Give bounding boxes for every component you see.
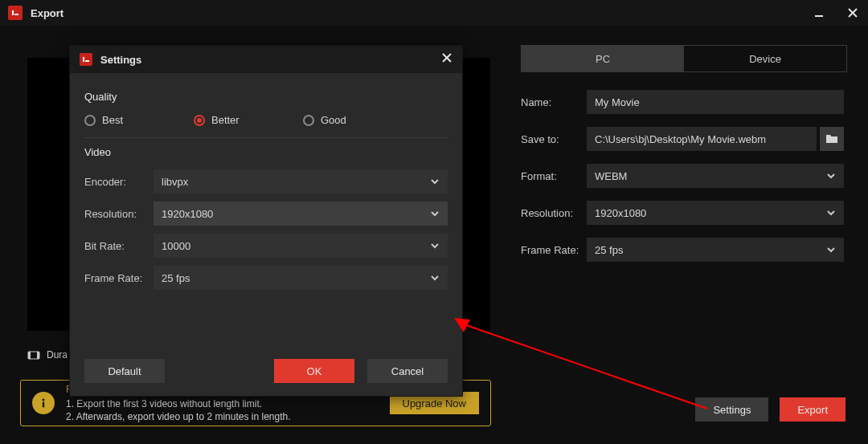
resolution-select[interactable]: 1920x1080 — [587, 201, 844, 225]
app-icon — [80, 53, 92, 66]
framerate-select[interactable]: 25 fps — [587, 238, 844, 262]
chevron-down-icon — [430, 209, 440, 218]
quality-good-radio[interactable]: Good — [303, 114, 412, 126]
bitrate-select[interactable]: 10000 — [154, 234, 448, 258]
app-icon — [8, 6, 23, 20]
chevron-down-icon — [826, 245, 836, 255]
dlg-framerate-select[interactable]: 25 fps — [154, 266, 448, 290]
info-icon — [32, 392, 55, 414]
tab-pc[interactable]: PC — [522, 46, 684, 71]
banner-line2: 2. Afterwards, export video up to 2 minu… — [66, 411, 291, 422]
duration-label: Dura — [47, 349, 68, 360]
bitrate-label: Bit Rate: — [84, 240, 154, 252]
default-button[interactable]: Default — [84, 359, 165, 383]
saveto-label: Save to: — [521, 133, 587, 145]
chevron-down-icon — [430, 273, 440, 283]
export-button[interactable]: Export — [780, 397, 845, 422]
divider — [84, 137, 448, 138]
framerate-label: Frame Rate: — [521, 244, 587, 256]
saveto-input[interactable]: C:\Users\bj\Desktop\My Movie.webm — [587, 127, 817, 151]
chevron-down-icon — [430, 177, 440, 186]
svg-point-7 — [43, 399, 45, 401]
encoder-select[interactable]: libvpx — [154, 169, 448, 193]
ok-button[interactable]: OK — [274, 359, 354, 383]
dlg-framerate-label: Frame Rate: — [84, 272, 154, 284]
dialog-titlebar: Settings — [70, 46, 462, 73]
svg-rect-5 — [28, 352, 31, 359]
chevron-down-icon — [430, 241, 440, 251]
name-label: Name: — [521, 96, 587, 108]
banner-line1: 1. Export the first 3 videos without len… — [66, 398, 291, 409]
svg-rect-6 — [37, 352, 39, 359]
dialog-title: Settings — [100, 54, 141, 66]
video-section-title: Video — [84, 146, 448, 158]
minimize-button[interactable] — [812, 6, 826, 20]
quality-better-radio[interactable]: Better — [194, 114, 303, 126]
duration-readout: Dura — [27, 348, 68, 361]
close-button[interactable] — [845, 6, 860, 20]
chevron-down-icon — [826, 171, 836, 181]
annotation-arrow — [454, 318, 711, 414]
dlg-resolution-select[interactable]: 1920x1080 — [154, 202, 448, 226]
format-label: Format: — [521, 170, 587, 182]
export-panel: PC Device Name: My Movie Save to: C:\Use… — [521, 45, 847, 262]
window-title: Export — [31, 7, 63, 19]
settings-button[interactable]: Settings — [695, 397, 768, 422]
dlg-resolution-label: Resolution: — [84, 208, 154, 220]
resolution-label: Resolution: — [521, 207, 587, 219]
tab-device[interactable]: Device — [684, 46, 846, 71]
quality-best-radio[interactable]: Best — [84, 114, 194, 126]
name-input[interactable]: My Movie — [587, 90, 844, 114]
quality-section-title: Quality — [84, 91, 448, 103]
dialog-close-button[interactable] — [441, 52, 452, 67]
browse-button[interactable] — [820, 127, 844, 151]
cancel-button[interactable]: Cancel — [367, 359, 448, 383]
window-titlebar: Export — [0, 0, 868, 26]
format-select[interactable]: WEBM — [587, 164, 844, 188]
svg-rect-9 — [81, 55, 91, 64]
encoder-label: Encoder: — [84, 176, 154, 188]
svg-line-12 — [464, 324, 707, 409]
settings-dialog: Settings Quality Best Better Good — [69, 45, 463, 397]
svg-rect-8 — [43, 402, 44, 408]
target-tabs: PC Device — [521, 45, 847, 72]
chevron-down-icon — [826, 208, 836, 218]
svg-rect-0 — [10, 8, 20, 18]
